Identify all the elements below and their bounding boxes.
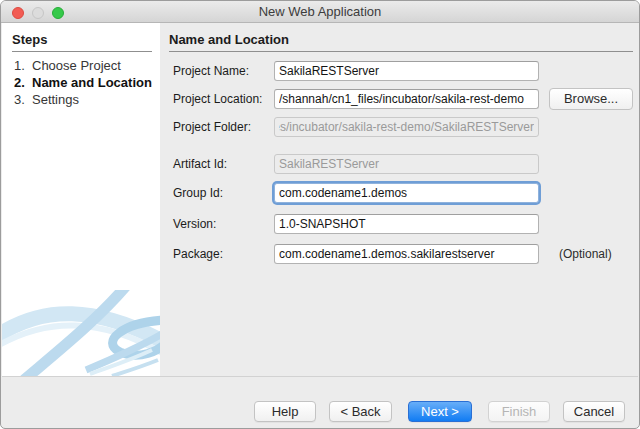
button-bar: Help < Back Next > Finish Cancel [2, 376, 638, 427]
group-id-input[interactable] [274, 183, 539, 203]
close-button[interactable] [12, 7, 24, 19]
package-optional-hint: (Optional) [559, 244, 634, 264]
step-label: Choose Project [32, 57, 121, 74]
steps-list: 1. Choose Project 2. Name and Location 3… [14, 57, 158, 108]
project-folder-label: Project Folder: [173, 117, 273, 137]
name-and-location-panel: Name and Location Project Name: Project … [160, 23, 638, 376]
new-web-application-dialog: New Web Application Steps 1. Choose Proj… [0, 0, 640, 429]
step-name-and-location: 2. Name and Location [14, 74, 158, 91]
step-settings: 3. Settings [14, 91, 158, 108]
steps-panel: Steps 1. Choose Project 2. Name and Loca… [2, 23, 160, 376]
step-number: 1. [14, 57, 32, 74]
wizard-watermark-swirl [2, 290, 160, 376]
finish-button: Finish [488, 401, 550, 422]
zoom-button[interactable] [52, 7, 64, 19]
project-location-label: Project Location: [173, 89, 273, 109]
artifact-id-input [274, 154, 539, 174]
title-bar: New Web Application [1, 1, 639, 23]
step-number: 3. [14, 91, 32, 108]
artifact-id-label: Artifact Id: [173, 154, 273, 174]
project-name-input[interactable] [274, 61, 539, 81]
version-input[interactable] [274, 214, 539, 234]
project-location-input[interactable] [274, 89, 539, 109]
package-label: Package: [173, 244, 273, 264]
step-choose-project: 1. Choose Project [14, 57, 158, 74]
panel-header: Name and Location [169, 32, 633, 52]
cancel-button[interactable]: Cancel [563, 401, 625, 422]
step-number: 2. [14, 74, 32, 91]
version-label: Version: [173, 214, 273, 234]
next-button[interactable]: Next > [408, 401, 472, 422]
package-input[interactable] [274, 244, 539, 264]
step-label: Name and Location [32, 74, 152, 91]
group-id-label: Group Id: [173, 183, 273, 203]
steps-header: Steps [12, 32, 152, 52]
window-title: New Web Application [1, 1, 639, 23]
minimize-button[interactable] [32, 7, 44, 19]
back-button[interactable]: < Back [329, 401, 392, 422]
browse-button[interactable]: Browse... [549, 88, 633, 110]
step-label: Settings [32, 91, 79, 108]
help-button[interactable]: Help [254, 401, 316, 422]
project-name-label: Project Name: [173, 61, 273, 81]
project-folder-input [274, 117, 539, 137]
traffic-lights [12, 7, 64, 19]
